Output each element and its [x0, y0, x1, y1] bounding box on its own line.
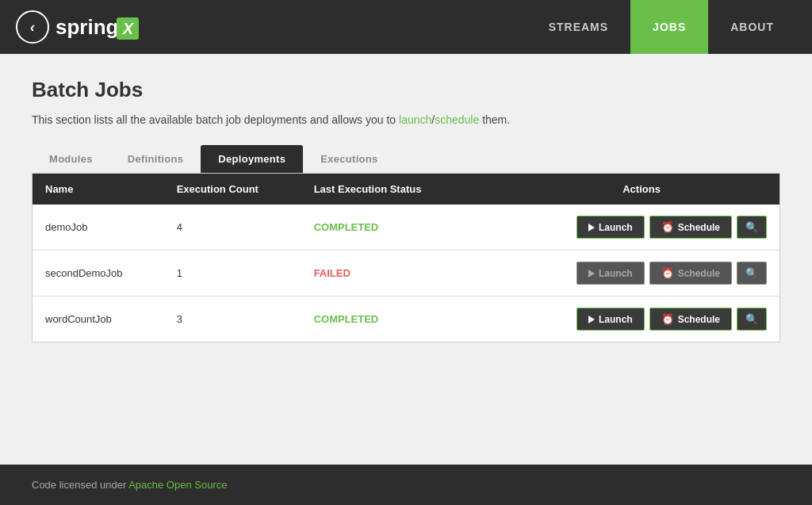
- tab-executions[interactable]: Executions: [303, 145, 395, 173]
- brand-icon: ‹: [16, 10, 49, 44]
- job-name: wordCountJob: [33, 296, 164, 342]
- launch-button[interactable]: Launch: [576, 308, 645, 331]
- tab-modules[interactable]: Modules: [32, 145, 110, 173]
- job-exec-count: 3: [164, 296, 301, 342]
- schedule-button[interactable]: ⏰ Schedule: [649, 308, 732, 331]
- action-buttons: Launch ⏰ Schedule 🔍: [516, 262, 767, 285]
- search-button[interactable]: 🔍: [737, 216, 767, 239]
- schedule-button[interactable]: ⏰ Schedule: [649, 216, 732, 239]
- page-description: This section lists all the available bat…: [32, 113, 780, 126]
- table-row: demoJob 4 COMPLETED Launch ⏰ Schedu: [33, 205, 779, 251]
- action-buttons: Launch ⏰ Schedule 🔍: [516, 308, 767, 331]
- job-status: COMPLETED: [301, 296, 472, 342]
- col-name: Name: [33, 174, 164, 205]
- job-name: demoJob: [33, 205, 164, 251]
- nav-streams[interactable]: STREAMS: [527, 0, 630, 54]
- job-status: COMPLETED: [301, 205, 472, 251]
- nav-about[interactable]: ABOUT: [708, 0, 796, 54]
- col-last-status: Last Execution Status: [301, 174, 472, 205]
- launch-link[interactable]: launch: [399, 113, 431, 126]
- search-icon: 🔍: [745, 221, 758, 233]
- spacer: [471, 296, 504, 342]
- tab-deployments[interactable]: Deployments: [201, 145, 303, 173]
- job-exec-count: 1: [164, 251, 301, 296]
- brand: ‹ springX: [16, 10, 139, 44]
- play-icon: [588, 224, 595, 231]
- job-exec-count: 4: [164, 205, 301, 251]
- job-name: secondDemoJob: [33, 251, 164, 296]
- job-status: FAILED: [301, 251, 472, 296]
- launch-button[interactable]: Launch: [576, 262, 645, 285]
- brand-x: X: [117, 17, 139, 40]
- spacer: [471, 251, 504, 296]
- play-icon: [588, 316, 595, 323]
- footer: Code licensed under Apache Open Source: [0, 465, 812, 505]
- clock-icon: ⏰: [661, 221, 674, 233]
- table-row: secondDemoJob 1 FAILED Launch ⏰ Sch: [33, 251, 779, 296]
- main-content: Batch Jobs This section lists all the av…: [0, 54, 812, 465]
- page-title: Batch Jobs: [32, 78, 780, 102]
- col-spacer: [471, 174, 504, 205]
- table-header-row: Name Execution Count Last Execution Stat…: [33, 174, 779, 205]
- search-button[interactable]: 🔍: [737, 308, 767, 331]
- clock-icon: ⏰: [661, 313, 674, 325]
- search-button[interactable]: 🔍: [737, 262, 767, 285]
- brand-text: springX: [56, 15, 139, 40]
- play-icon: [588, 270, 595, 277]
- action-buttons: Launch ⏰ Schedule 🔍: [516, 216, 767, 239]
- clock-icon: ⏰: [661, 267, 674, 279]
- schedule-link[interactable]: schedule: [435, 113, 479, 126]
- schedule-button[interactable]: ⏰ Schedule: [649, 262, 732, 285]
- spacer: [471, 205, 504, 251]
- col-exec-count: Execution Count: [164, 174, 301, 205]
- tabs: Modules Definitions Deployments Executio…: [32, 145, 780, 173]
- tab-definitions[interactable]: Definitions: [110, 145, 201, 173]
- col-actions: Actions: [504, 174, 779, 205]
- job-actions: Launch ⏰ Schedule 🔍: [504, 251, 779, 296]
- search-icon: 🔍: [745, 313, 758, 325]
- navbar: ‹ springX STREAMS JOBS ABOUT: [0, 0, 812, 54]
- launch-button[interactable]: Launch: [576, 216, 645, 239]
- job-actions: Launch ⏰ Schedule 🔍: [504, 296, 779, 342]
- footer-link[interactable]: Apache Open Source: [128, 479, 227, 491]
- deployments-table: Name Execution Count Last Execution Stat…: [32, 173, 780, 342]
- search-icon: 🔍: [745, 267, 758, 279]
- job-actions: Launch ⏰ Schedule 🔍: [504, 205, 779, 251]
- nav-links: STREAMS JOBS ABOUT: [527, 0, 796, 54]
- table-row: wordCountJob 3 COMPLETED Launch ⏰ S: [33, 296, 779, 342]
- nav-jobs[interactable]: JOBS: [630, 0, 708, 54]
